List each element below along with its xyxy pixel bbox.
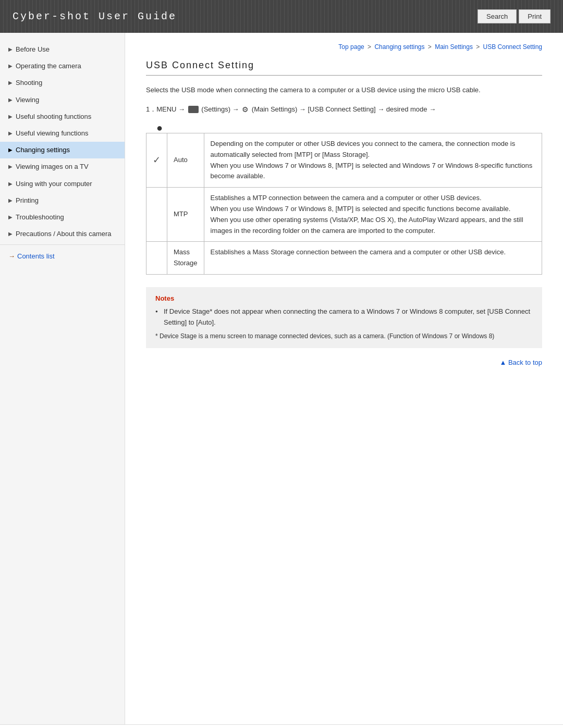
footer: Copyright 2013 Sony Corporation xyxy=(0,724,563,728)
arrow-icon: ▶ xyxy=(8,79,13,87)
notes-title: Notes xyxy=(155,294,533,302)
mtp-label: MTP xyxy=(174,210,188,218)
breadcrumb-changing-settings[interactable]: Changing settings xyxy=(374,43,424,51)
sidebar-item-label: Troubleshooting xyxy=(16,213,64,222)
sidebar-item-label: Viewing images on a TV xyxy=(16,162,89,171)
step-dot: ● xyxy=(156,122,542,133)
arrow-icon: ▶ xyxy=(8,230,13,238)
sidebar-item-label: Before Use xyxy=(16,45,50,54)
arrow-icon: ▶ xyxy=(8,180,13,188)
notes-footnote: * Device Stage is a menu screen to manag… xyxy=(155,331,533,341)
layout: ▶ Before Use ▶ Operating the camera ▶ Sh… xyxy=(0,33,563,724)
arrow-icon: ▶ xyxy=(8,113,13,120)
sidebar-item-viewing[interactable]: ▶ Viewing xyxy=(0,92,125,108)
arrow-icon: ▶ xyxy=(8,214,13,221)
sidebar-item-label: Changing settings xyxy=(16,145,70,155)
sidebar-item-label: Useful shooting functions xyxy=(16,112,91,121)
arrow-icon: ▶ xyxy=(8,197,13,204)
breadcrumb-current: USB Connect Setting xyxy=(483,43,542,51)
auto-description-cell: Depending on the computer or other USB d… xyxy=(204,133,542,187)
step-instruction: 1．MENU → (Settings) → ⚙ (Main Settings) … xyxy=(146,103,542,116)
sidebar-item-precautions[interactable]: ▶ Precautions / About this camera xyxy=(0,226,125,242)
table-row-mass-storage: MassStorage Establishes a Mass Storage c… xyxy=(146,242,542,275)
sidebar-item-label: Printing xyxy=(16,196,39,205)
auto-label-cell: Auto xyxy=(167,133,204,187)
breadcrumb-sep-2: > xyxy=(428,43,433,51)
step-text-content: 1．MENU → (Settings) → ⚙ (Main Settings) … xyxy=(146,103,436,116)
page-description: Selects the USB mode when connecting the… xyxy=(146,85,542,96)
sidebar: ▶ Before Use ▶ Operating the camera ▶ Sh… xyxy=(0,33,125,724)
sidebar-item-label: Using with your computer xyxy=(16,179,92,189)
header-buttons: Search Print xyxy=(478,9,550,23)
sidebar-item-changing-settings[interactable]: ▶ Changing settings xyxy=(0,142,125,158)
breadcrumb-main-settings[interactable]: Main Settings xyxy=(435,43,473,51)
sidebar-item-operating[interactable]: ▶ Operating the camera xyxy=(0,58,125,75)
mass-storage-label-cell: MassStorage xyxy=(167,242,204,275)
mass-storage-description-cell: Establishes a Mass Storage connection be… xyxy=(204,242,542,275)
checkmark-icon: ✓ xyxy=(153,155,161,165)
arrow-icon: ▶ xyxy=(8,46,13,53)
breadcrumb-sep-3: > xyxy=(476,43,481,51)
mass-storage-icon-cell xyxy=(146,242,167,275)
breadcrumb: Top page > Changing settings > Main Sett… xyxy=(146,43,542,51)
contents-list-link[interactable]: → Contents list xyxy=(0,247,125,265)
breadcrumb-sep-1: > xyxy=(368,43,373,51)
main-settings-icon: ⚙ xyxy=(242,103,249,116)
settings-icon xyxy=(188,106,199,113)
arrow-icon: ▶ xyxy=(8,63,13,70)
sidebar-item-printing[interactable]: ▶ Printing xyxy=(0,192,125,209)
sidebar-item-label: Viewing xyxy=(16,95,39,105)
search-button[interactable]: Search xyxy=(478,9,517,23)
table-row-mtp: MTP Establishes a MTP connection between… xyxy=(146,188,542,242)
sidebar-item-label: Precautions / About this camera xyxy=(16,229,112,239)
mass-storage-label: MassStorage xyxy=(174,248,198,267)
auto-check-cell: ✓ xyxy=(146,133,167,187)
sidebar-item-useful-shooting[interactable]: ▶ Useful shooting functions xyxy=(0,108,125,125)
arrow-icon: ▶ xyxy=(8,96,13,104)
sidebar-divider xyxy=(0,244,125,245)
mass-storage-description: Establishes a Mass Storage connection be… xyxy=(211,248,506,256)
sidebar-item-before-use[interactable]: ▶ Before Use xyxy=(0,41,125,58)
back-to-top-link[interactable]: ▲ Back to top xyxy=(146,359,542,366)
header: Cyber-shot User Guide Search Print xyxy=(0,0,563,33)
contents-arrow-icon: → xyxy=(8,252,15,260)
notes-item-text: If Device Stage* does not appear when co… xyxy=(164,307,530,326)
print-button[interactable]: Print xyxy=(519,9,550,23)
arrow-icon: ▶ xyxy=(8,146,13,154)
sidebar-item-label: Operating the camera xyxy=(16,61,81,71)
breadcrumb-top[interactable]: Top page xyxy=(338,43,364,51)
usb-table: ✓ Auto Depending on the computer or othe… xyxy=(146,133,542,275)
mtp-icon-cell xyxy=(146,188,167,242)
sidebar-item-using-computer[interactable]: ▶ Using with your computer xyxy=(0,176,125,192)
auto-label: Auto xyxy=(174,156,188,164)
mtp-description-cell: Establishes a MTP connection between the… xyxy=(204,188,542,242)
sidebar-item-troubleshooting[interactable]: ▶ Troubleshooting xyxy=(0,209,125,226)
sidebar-item-viewing-tv[interactable]: ▶ Viewing images on a TV xyxy=(0,158,125,175)
mtp-label-cell: MTP xyxy=(167,188,204,242)
arrow-icon: ▶ xyxy=(8,130,13,137)
sidebar-item-label: Shooting xyxy=(16,78,42,88)
notes-item-1: If Device Stage* does not appear when co… xyxy=(155,306,533,328)
notes-list: If Device Stage* does not appear when co… xyxy=(155,306,533,328)
main-content: Top page > Changing settings > Main Sett… xyxy=(125,33,563,724)
sidebar-item-label: Useful viewing functions xyxy=(16,129,88,138)
notes-box: Notes If Device Stage* does not appear w… xyxy=(146,287,542,348)
auto-description: Depending on the computer or other USB d… xyxy=(211,140,533,180)
contents-link-label: Contents list xyxy=(17,252,55,260)
page-title: USB Connect Setting xyxy=(146,60,542,76)
sidebar-item-shooting[interactable]: ▶ Shooting xyxy=(0,75,125,91)
arrow-icon: ▶ xyxy=(8,163,13,170)
mtp-description: Establishes a MTP connection between the… xyxy=(211,194,523,234)
site-title: Cyber-shot User Guide xyxy=(13,10,177,22)
sidebar-item-useful-viewing[interactable]: ▶ Useful viewing functions xyxy=(0,125,125,142)
table-row-auto: ✓ Auto Depending on the computer or othe… xyxy=(146,133,542,187)
